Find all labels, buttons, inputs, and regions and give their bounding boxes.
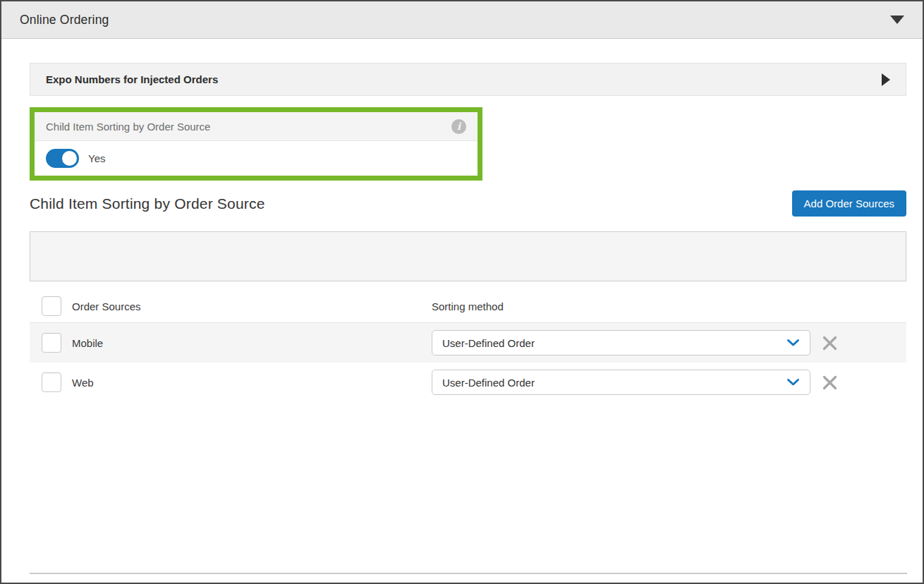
chevron-right-icon[interactable] bbox=[882, 73, 890, 86]
chevron-down-icon bbox=[786, 378, 800, 387]
row-checkbox[interactable] bbox=[42, 372, 61, 392]
setting-label: Child Item Sorting by Order Source bbox=[46, 121, 210, 133]
accordion-expo-numbers[interactable]: Expo Numbers for Injected Orders bbox=[30, 63, 906, 96]
toggle-state-label: Yes bbox=[88, 152, 105, 164]
online-ordering-panel: Online Ordering Expo Numbers for Injecte… bbox=[0, 0, 924, 584]
toggle-row: Yes bbox=[35, 141, 478, 176]
chevron-down-icon bbox=[786, 339, 800, 347]
row-checkbox[interactable] bbox=[42, 333, 61, 353]
chevron-down-icon[interactable] bbox=[890, 16, 904, 24]
setting-header: Child Item Sorting by Order Source i bbox=[35, 112, 478, 141]
section-heading: Child Item Sorting by Order Source bbox=[30, 195, 265, 212]
select-all-checkbox[interactable] bbox=[42, 296, 61, 316]
close-icon bbox=[821, 374, 839, 391]
child-item-sorting-toggle[interactable] bbox=[46, 149, 79, 168]
empty-placeholder-box bbox=[30, 231, 906, 281]
select-value: User-Defined Order bbox=[442, 377, 535, 389]
highlighted-setting-box: Child Item Sorting by Order Source i Yes bbox=[30, 107, 482, 181]
remove-row-button[interactable] bbox=[821, 334, 906, 352]
table-row-web: Web User-Defined Order bbox=[30, 363, 906, 402]
row-label: Web bbox=[72, 377, 421, 389]
row-label: Mobile bbox=[72, 337, 421, 349]
column-header-order-sources: Order Sources bbox=[72, 300, 421, 312]
panel-title: Online Ordering bbox=[20, 13, 109, 28]
panel-header-online-ordering[interactable]: Online Ordering bbox=[1, 1, 923, 39]
add-order-sources-button[interactable]: Add Order Sources bbox=[792, 190, 906, 217]
remove-row-button[interactable] bbox=[821, 374, 906, 391]
order-sources-table: Order Sources Sorting method Mobile User… bbox=[30, 290, 906, 402]
sorting-method-select[interactable]: User-Defined Order bbox=[432, 330, 810, 355]
info-icon[interactable]: i bbox=[451, 119, 466, 134]
section-heading-row: Child Item Sorting by Order Source Add O… bbox=[30, 190, 906, 217]
table-header-row: Order Sources Sorting method bbox=[30, 290, 906, 323]
close-icon bbox=[821, 334, 839, 352]
column-header-sorting-method: Sorting method bbox=[432, 300, 810, 312]
select-value: User-Defined Order bbox=[442, 337, 535, 349]
panel-content: Expo Numbers for Injected Orders Child I… bbox=[1, 63, 923, 584]
sorting-method-select[interactable]: User-Defined Order bbox=[432, 370, 810, 395]
table-row-mobile: Mobile User-Defined Order bbox=[30, 323, 906, 363]
toggle-knob bbox=[62, 151, 77, 166]
bottom-divider bbox=[30, 573, 907, 574]
accordion-label: Expo Numbers for Injected Orders bbox=[46, 73, 218, 85]
